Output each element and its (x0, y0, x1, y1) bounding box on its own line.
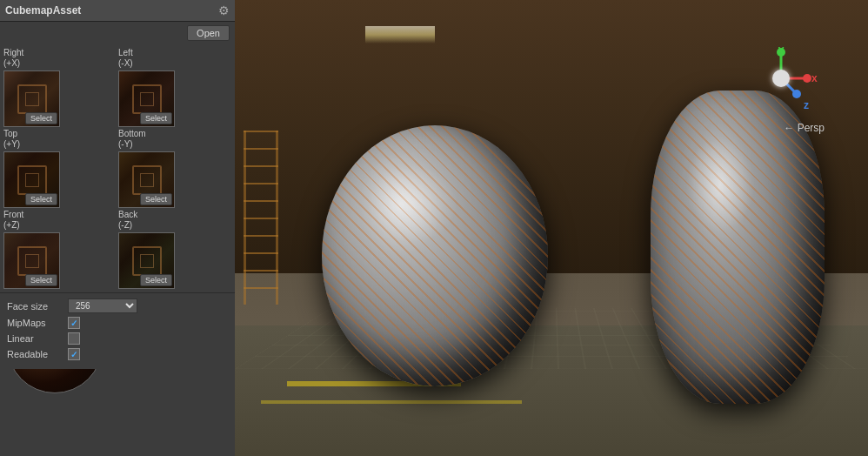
face-thumbnail-container-back: Select (118, 232, 175, 289)
sphere-small-cable-overlay (651, 91, 825, 404)
bg-ladder (244, 131, 278, 305)
face-label-back: Back (-Z) (118, 210, 137, 231)
sphere-small (651, 91, 825, 404)
gizmo-label-x: x (811, 72, 818, 84)
face-thumbnail-container-left: Select (118, 70, 175, 127)
readable-label: Readable (7, 349, 68, 359)
gizmo-dot-x (803, 74, 811, 83)
gear-icon[interactable]: ⚙ (218, 3, 230, 17)
property-row-mipmaps: MipMaps (7, 317, 228, 329)
select-button-front[interactable]: Select (25, 274, 57, 286)
mipmaps-label: MipMaps (7, 318, 68, 328)
property-row-readable: Readable (7, 348, 228, 360)
select-button-left[interactable]: Select (140, 112, 172, 124)
property-row-linear: Linear (7, 332, 228, 345)
mipmaps-checkbox[interactable] (68, 317, 80, 329)
property-row-facesize: Face size 256 128 512 (7, 298, 228, 313)
sphere-small-reflection (685, 137, 755, 231)
face-thumbnail-container-right: Select (3, 70, 60, 127)
face-item-top: Top (+Y) Select (3, 129, 117, 208)
face-item-back: Back (-Z) Select (118, 210, 231, 289)
bg-ceiling-light (365, 26, 435, 44)
select-button-right[interactable]: Select (25, 112, 57, 124)
face-label-left: Left (-X) (118, 48, 133, 69)
face-item-front: Front (+Z) Select (3, 210, 117, 289)
face-label-bottom: Bottom (-Y) (118, 129, 146, 150)
faces-grid: Right (+X) Select Left (-X) Select Top (0, 44, 235, 292)
inspector-open-row: Open (0, 22, 235, 44)
face-item-bottom: Bottom (-Y) Select (118, 129, 231, 208)
inspector-panel: CubemapAsset ⚙ Open Right (+X) Select Le… (0, 0, 235, 369)
inspector-title-bar: CubemapAsset ⚙ (0, 0, 235, 22)
face-label-right: Right (+X) (3, 48, 23, 69)
face-thumbnail-container-bottom: Select (118, 151, 175, 208)
gizmo-label-y: y (778, 44, 785, 56)
face-thumbnail-container-front: Select (3, 232, 60, 289)
persp-label: ← Persp (784, 122, 825, 134)
linear-checkbox[interactable] (68, 332, 80, 345)
face-item-right: Right (+X) Select (3, 48, 117, 127)
select-button-back[interactable]: Select (140, 274, 172, 286)
viewport-background: ← Persp x y z (235, 0, 868, 456)
face-label-top: Top (+Y) (3, 129, 20, 150)
sphere-large-reflection (367, 164, 457, 243)
face-label-front: Front (+Z) (3, 210, 23, 231)
face-item-left: Left (-X) Select (118, 48, 231, 127)
linear-label: Linear (7, 333, 68, 344)
face-thumbnail-container-top: Select (3, 151, 60, 208)
sphere-large (322, 125, 548, 386)
gizmo-center[interactable] (772, 70, 790, 87)
readable-checkbox[interactable] (68, 348, 80, 360)
face-size-select[interactable]: 256 128 512 (68, 298, 137, 313)
floor-marking-2 (261, 400, 522, 404)
properties-section: Face size 256 128 512 MipMaps Linear Rea… (0, 292, 235, 369)
viewport-gizmo: x y z (746, 44, 816, 113)
gizmo-dot-z (792, 90, 801, 98)
select-button-bottom[interactable]: Select (140, 193, 172, 205)
viewport[interactable]: ← Persp x y z (235, 0, 868, 456)
sphere-large-cable-overlay (322, 125, 548, 386)
select-button-top[interactable]: Select (25, 193, 57, 205)
gizmo-label-z: z (804, 99, 809, 111)
open-button[interactable]: Open (187, 25, 230, 41)
inspector-title: CubemapAsset (5, 4, 81, 17)
face-size-label: Face size (7, 301, 68, 312)
